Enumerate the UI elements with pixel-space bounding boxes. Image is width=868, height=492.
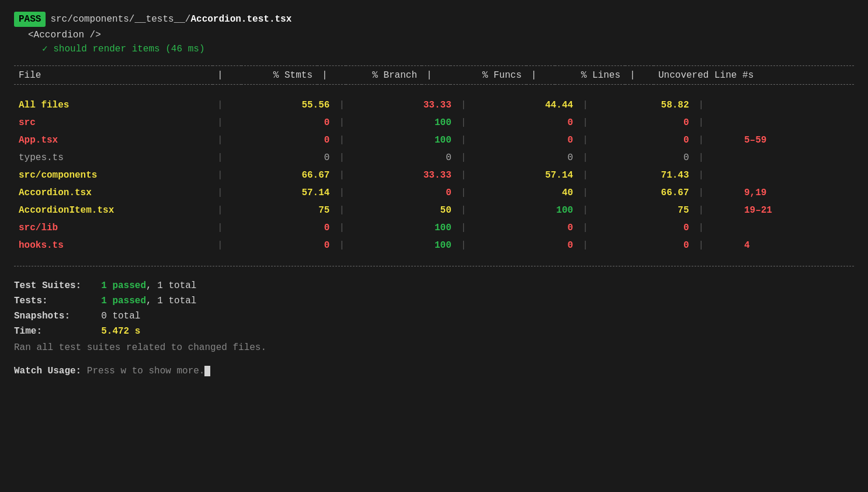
table-header-row: File | % Stmts | % Branch | % Funcs | % … <box>14 67 854 85</box>
summary-suites: Test Suites: 1 passed, 1 total <box>14 279 854 293</box>
table-row: src/components | 66.67 | 33.33 | 57.14 |… <box>14 167 854 184</box>
row-uncovered <box>739 114 854 131</box>
row-file: App.tsx <box>14 131 213 149</box>
summary-tests: Tests: 1 passed, 1 total <box>14 294 854 308</box>
row-funcs: 0 <box>502 219 578 237</box>
watch-value: Press w to show more. <box>87 366 211 376</box>
row-uncovered: 4 <box>739 237 854 254</box>
col-header-stmts: % Stmts <box>241 67 317 85</box>
suites-total: , 1 total <box>146 279 196 293</box>
row-uncovered <box>739 96 854 114</box>
row-file: Accordion.tsx <box>14 184 213 202</box>
col-header-lines: % Lines <box>555 67 625 85</box>
row-uncovered: 9,19 <box>739 184 854 202</box>
table-row: src | 0 | 100 | 0 | 0 | <box>14 114 854 131</box>
row-branch: 33.33 <box>380 167 456 184</box>
row-funcs: 40 <box>502 184 578 202</box>
row-lines: 0 <box>624 149 694 167</box>
tests-label: Tests: <box>14 294 90 308</box>
row-funcs: 0 <box>502 131 578 149</box>
row-stmts: 0 <box>258 219 334 237</box>
row-stmts: 57.14 <box>258 184 334 202</box>
row-branch: 100 <box>380 237 456 254</box>
table-row: types.ts | 0 | 0 | 0 | 0 | <box>14 149 854 167</box>
row-lines: 0 <box>624 237 694 254</box>
row-funcs: 0 <box>502 114 578 131</box>
row-lines: 75 <box>624 202 694 219</box>
row-uncovered <box>739 219 854 237</box>
col-header-file: File <box>14 67 213 85</box>
terminal-output: PASSsrc/components/__tests__/Accordion.t… <box>14 12 854 378</box>
row-lines: 71.43 <box>624 167 694 184</box>
row-lines: 0 <box>624 131 694 149</box>
row-lines: 66.67 <box>624 184 694 202</box>
row-uncovered: 19–21 <box>739 202 854 219</box>
row-lines: 58.82 <box>624 96 694 114</box>
row-branch: 100 <box>380 219 456 237</box>
coverage-table: File | % Stmts | % Branch | % Funcs | % … <box>14 65 854 85</box>
row-funcs: 57.14 <box>502 167 578 184</box>
row-stmts: 66.67 <box>258 167 334 184</box>
bottom-border-table <box>14 266 854 267</box>
row-funcs: 44.44 <box>502 96 578 114</box>
pass-header: PASSsrc/components/__tests__/Accordion.t… <box>14 12 854 27</box>
snapshots-label: Snapshots: <box>14 309 90 323</box>
col-header-funcs: % Funcs <box>450 67 526 85</box>
row-lines: 0 <box>624 114 694 131</box>
tests-total: , 1 total <box>146 294 196 308</box>
table-row: hooks.ts | 0 | 100 | 0 | 0 | 4 <box>14 237 854 254</box>
table-row: AccordionItem.tsx | 75 | 50 | 100 | 75 |… <box>14 202 854 219</box>
row-uncovered: 5–59 <box>739 131 854 149</box>
row-lines: 0 <box>624 219 694 237</box>
watch-usage: Watch Usage: Press w to show more. <box>14 364 854 378</box>
row-file: types.ts <box>14 149 213 167</box>
row-file: AccordionItem.tsx <box>14 202 213 219</box>
row-funcs: 0 <box>502 149 578 167</box>
summary-section: Test Suites: 1 passed, 1 total Tests: 1 … <box>14 279 854 338</box>
col-header-branch: % Branch <box>346 67 422 85</box>
row-branch: 100 <box>380 131 456 149</box>
col-header-uncovered: Uncovered Line #s <box>654 67 854 85</box>
table-row: Accordion.tsx | 57.14 | 0 | 40 | 66.67 |… <box>14 184 854 202</box>
time-label: Time: <box>14 324 90 338</box>
row-stmts: 0 <box>258 237 334 254</box>
file-path-bold: Accordion.test.tsx <box>190 14 291 25</box>
row-file: src <box>14 114 213 131</box>
data-rows-table: All files | 55.56 | 33.33 | 44.44 | 58.8… <box>14 96 854 254</box>
bottom-border-row <box>14 266 854 267</box>
row-stmts: 55.56 <box>258 96 334 114</box>
watch-label: Watch Usage: <box>14 366 81 376</box>
file-path: src/components/__tests__/Accordion.test.… <box>50 14 291 25</box>
component-label: <Accordion /> <box>14 28 854 42</box>
row-branch: 0 <box>380 184 456 202</box>
tests-passed: 1 passed <box>101 294 146 308</box>
table-row: App.tsx | 0 | 100 | 0 | 0 | 5–59 <box>14 131 854 149</box>
row-funcs: 100 <box>502 202 578 219</box>
summary-time: Time: 5.472 s <box>14 324 854 338</box>
table-row: src/lib | 0 | 100 | 0 | 0 | <box>14 219 854 237</box>
cursor <box>204 366 210 376</box>
pass-badge: PASS <box>14 12 46 27</box>
row-funcs: 0 <box>502 237 578 254</box>
row-stmts: 0 <box>258 149 334 167</box>
row-file: src/components <box>14 167 213 184</box>
row-branch: 33.33 <box>380 96 456 114</box>
time-value: 5.472 s <box>101 324 140 338</box>
coverage-table-wrapper: File | % Stmts | % Branch | % Funcs | % … <box>14 65 854 267</box>
row-file: All files <box>14 96 213 114</box>
row-uncovered <box>739 149 854 167</box>
row-branch: 0 <box>380 149 456 167</box>
suites-passed: 1 passed <box>101 279 146 293</box>
row-stmts: 75 <box>258 202 334 219</box>
row-file: hooks.ts <box>14 237 213 254</box>
test-result-line: ✓ should render items (46 ms) <box>14 42 854 56</box>
row-branch: 100 <box>380 114 456 131</box>
ran-line: Ran all test suites related to changed f… <box>14 341 854 355</box>
row-stmts: 0 <box>258 114 334 131</box>
summary-snapshots: Snapshots: 0 total <box>14 309 854 323</box>
row-file: src/lib <box>14 219 213 237</box>
table-row: All files | 55.56 | 33.33 | 44.44 | 58.8… <box>14 96 854 114</box>
snapshots-value: 0 total <box>101 309 140 323</box>
suites-label: Test Suites: <box>14 279 90 293</box>
sub-header-border <box>14 84 854 85</box>
